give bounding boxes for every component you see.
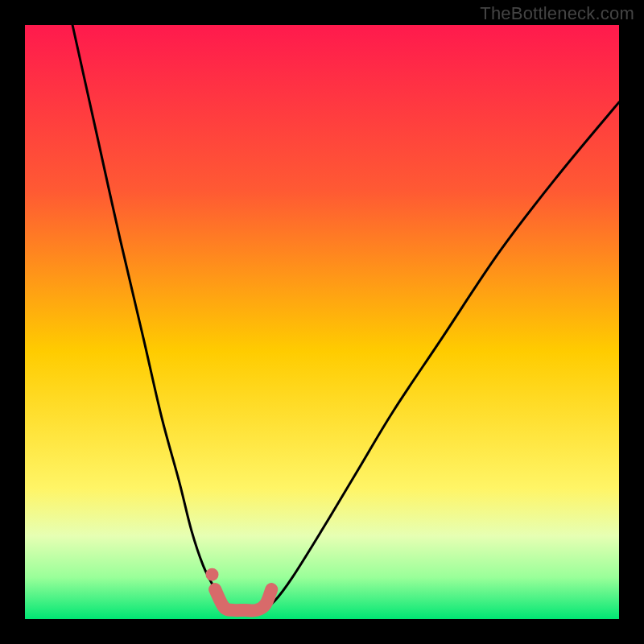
chart-plot-area <box>25 25 619 619</box>
chart-svg <box>25 25 619 619</box>
chart-frame: TheBottleneck.com <box>0 0 644 644</box>
credit-label: TheBottleneck.com <box>480 3 634 24</box>
well-marker-dot <box>205 568 218 581</box>
